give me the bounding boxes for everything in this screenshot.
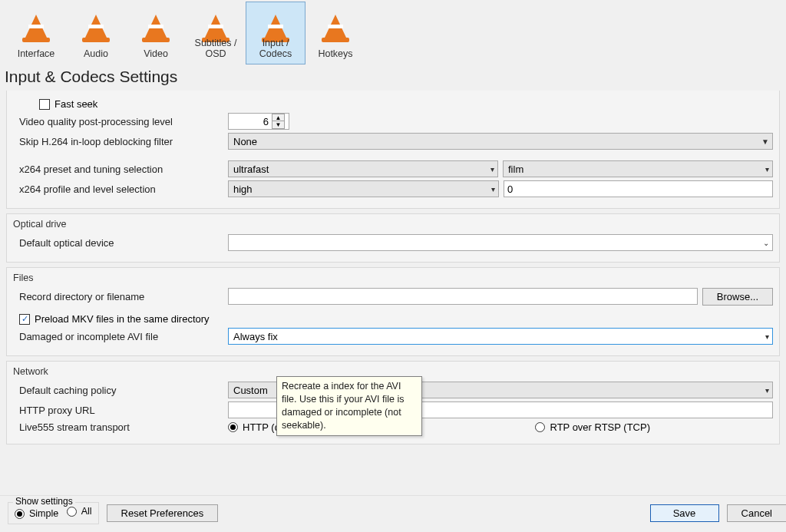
live555-label: Live555 stream transport — [13, 421, 228, 433]
network-group-label: Network — [13, 366, 773, 377]
keyboard-cone-icon — [322, 5, 349, 42]
tab-label: Subtitles / OSD — [187, 38, 245, 59]
codecs-group: Fast seek Video quality post-processing … — [6, 91, 780, 209]
files-group: Files Record directory or filename Brows… — [6, 267, 780, 356]
proxy-label: HTTP proxy URL — [13, 405, 228, 416]
simple-label: Simple — [29, 508, 58, 519]
chevron-down-icon: ▾ — [765, 332, 769, 341]
tab-interface[interactable]: Interface — [6, 2, 66, 64]
live555-rtsp-radio[interactable]: RTP over RTSP (TCP) — [535, 421, 650, 433]
avi-tooltip: Recreate a index for the AVI file. Use t… — [276, 376, 422, 436]
deblocking-label: Skip H.264 in-loop deblocking filter — [13, 136, 228, 147]
tab-label: Input / Codecs — [246, 38, 305, 59]
cancel-button[interactable]: Cancel — [727, 504, 786, 522]
files-group-label: Files — [13, 273, 773, 283]
chevron-down-icon: ▾ — [765, 165, 769, 173]
tab-input-codecs[interactable]: Input / Codecs — [246, 2, 305, 64]
radio-selected-icon — [15, 509, 25, 519]
postproc-spinbox[interactable]: ▲▼ — [228, 113, 289, 130]
checkbox-checked-icon: ✓ — [19, 314, 30, 325]
chevron-down-icon: ▾ — [765, 386, 769, 395]
tab-label: Video — [127, 48, 185, 59]
radio-unselected-icon — [67, 507, 77, 517]
x264-preset-combo[interactable]: ultrafast ▾ — [228, 160, 498, 177]
postproc-value[interactable] — [229, 115, 272, 128]
spin-down-icon[interactable]: ▼ — [272, 121, 285, 129]
dialog-footer: Show settings Simple All Reset Preferenc… — [0, 495, 786, 532]
radio-unselected-icon — [535, 422, 545, 432]
x264-profile-value: high — [233, 183, 253, 195]
optical-group-label: Optical drive — [13, 219, 773, 230]
chevron-down-icon: ▼ — [761, 137, 769, 146]
postproc-label: Video quality post-processing level — [13, 116, 228, 127]
preload-mkv-checkbox[interactable]: ✓ Preload MKV files in the same director… — [19, 313, 210, 325]
show-settings-simple-radio[interactable]: Simple — [15, 508, 58, 519]
x264-level-input[interactable] — [504, 180, 773, 197]
chevron-down-icon: ▾ — [491, 185, 495, 193]
record-dir-input[interactable] — [228, 288, 698, 305]
tab-label: Hotkeys — [306, 48, 365, 59]
tab-hotkeys[interactable]: Hotkeys — [305, 2, 365, 64]
tab-label: Interface — [7, 48, 65, 59]
x264-tuning-value: film — [508, 164, 523, 175]
show-settings-group: Show settings Simple All — [8, 502, 99, 524]
live555-rtsp-label: RTP over RTSP (TCP) — [550, 421, 650, 433]
browse-button[interactable]: Browse... — [702, 288, 773, 306]
headphones-cone-icon — [82, 5, 110, 42]
optical-device-label: Default optical device — [13, 237, 228, 249]
avi-combo[interactable]: Always fix ▾ — [228, 328, 773, 345]
fast-seek-label: Fast seek — [54, 98, 97, 110]
tab-label: Audio — [67, 48, 125, 59]
show-settings-legend: Show settings — [13, 496, 75, 507]
checkbox-box-icon — [39, 99, 50, 110]
deblocking-value: None — [233, 136, 257, 147]
x264-profile-label: x264 profile and level selection — [13, 183, 228, 195]
x264-preset-label: x264 preset and tuning selection — [13, 164, 228, 175]
tab-subtitles[interactable]: Subtitles / OSD — [186, 2, 246, 64]
tab-video[interactable]: Video — [126, 2, 186, 64]
chevron-down-icon: ▾ — [490, 165, 494, 173]
x264-preset-value: ultrafast — [233, 164, 269, 175]
optical-device-combo[interactable]: ⌄ — [228, 234, 773, 251]
save-button[interactable]: Save — [650, 504, 719, 522]
optical-drive-group: Optical drive Default optical device ⌄ — [6, 213, 780, 263]
preference-category-tabs: Interface Audio Video Subtitles / OSD In… — [0, 0, 786, 64]
chevron-down-icon: ⌄ — [763, 239, 769, 247]
fast-seek-checkbox[interactable]: Fast seek — [39, 98, 97, 110]
tape-cone-icon — [262, 5, 289, 42]
radio-selected-icon — [228, 422, 238, 432]
cone-icon — [22, 5, 50, 42]
caching-label: Default caching policy — [13, 385, 228, 396]
all-label: All — [81, 506, 92, 517]
film-cone-icon — [142, 5, 170, 42]
x264-tuning-combo[interactable]: film ▾ — [503, 160, 773, 177]
spin-buttons[interactable]: ▲▼ — [272, 114, 284, 128]
deblocking-combo[interactable]: None ▼ — [228, 133, 773, 150]
record-dir-label: Record directory or filename — [13, 291, 228, 302]
avi-label: Damaged or incomplete AVI file — [13, 331, 228, 342]
preload-mkv-label: Preload MKV files in the same directory — [35, 313, 210, 325]
reset-preferences-button[interactable]: Reset Preferences — [107, 504, 219, 522]
show-settings-all-radio[interactable]: All — [67, 506, 92, 517]
tab-audio[interactable]: Audio — [66, 2, 126, 64]
caching-value: Custom — [233, 385, 268, 396]
page-title: Input & Codecs Settings — [5, 68, 786, 86]
x264-profile-combo[interactable]: high ▾ — [228, 180, 499, 197]
clapper-cone-icon — [202, 5, 230, 42]
avi-value: Always fix — [233, 331, 278, 342]
